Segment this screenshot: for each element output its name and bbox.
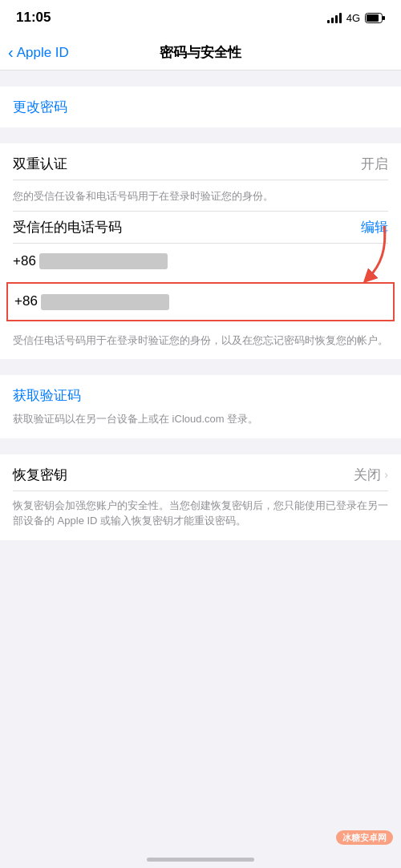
two-factor-description: 您的受信任设备和电话号码用于在登录时验证您的身份。 (13, 180, 388, 211)
verify-code-section: 获取验证码 获取验证码以在另一台设备上或在 iCloud.com 登录。 (0, 375, 401, 438)
svg-rect-1 (383, 16, 385, 20)
back-chevron-icon: ‹ (8, 43, 14, 62)
phone-prefix-2: +86 (14, 293, 38, 309)
recovery-key-section: 恢复密钥 关闭 › 恢复密钥会加强您账户的安全性。当您创建恢复密钥后，您只能使用… (0, 454, 401, 540)
change-password-link[interactable]: 更改密码 (13, 87, 388, 127)
nav-back-button[interactable]: ‹ Apple ID (8, 43, 69, 62)
phone-blurred-2 (41, 294, 169, 310)
recovery-chevron-icon: › (384, 468, 388, 481)
trusted-phone-label: 受信任的电话号码 (13, 218, 122, 236)
two-factor-title: 双重认证 (13, 155, 67, 173)
watermark: 冰糖安卓网 (336, 830, 393, 844)
content-area: 更改密码 双重认证 开启 您的受信任设备和电话号码用于在登录时验证您的身份。 受… (0, 87, 401, 540)
recovery-header-row: 恢复密钥 关闭 › (13, 454, 388, 491)
battery-icon (365, 13, 385, 23)
verify-code-description: 获取验证码以在另一台设备上或在 iCloud.com 登录。 (13, 411, 388, 438)
trusted-phone-row: 受信任的电话号码 编辑 (13, 211, 388, 243)
signal-label: 4G (346, 12, 360, 24)
status-icons: 4G (327, 12, 385, 24)
phone-footer-description: 受信任电话号码用于在登录时验证您的身份，以及在您忘记密码时恢复您的帐户。 (13, 325, 388, 360)
status-bar: 11:05 4G (0, 0, 401, 35)
phone-prefix-1: +86 (13, 253, 36, 268)
recovery-key-description: 恢复密钥会加强您账户的安全性。当您创建恢复密钥后，您只能使用已登录在另一部设备的… (13, 491, 388, 540)
recovery-key-status: 关闭 (354, 466, 381, 484)
trusted-phone-edit-button[interactable]: 编辑 (361, 218, 388, 236)
verify-code-link[interactable]: 获取验证码 (13, 375, 388, 411)
nav-back-label: Apple ID (17, 45, 69, 61)
phone-blurred-1 (39, 253, 168, 269)
two-factor-section: 双重认证 开启 您的受信任设备和电话号码用于在登录时验证您的身份。 受信任的电话… (0, 143, 401, 359)
recovery-key-title: 恢复密钥 (13, 466, 67, 484)
home-indicator (147, 858, 254, 862)
change-password-section: 更改密码 (0, 87, 401, 127)
phone-number-row-1: +86 (13, 243, 388, 280)
phone-2-container: +86 (13, 282, 388, 321)
recovery-value-row: 关闭 › (354, 466, 388, 484)
two-factor-header-row: 双重认证 开启 (13, 143, 388, 180)
signal-bars (327, 13, 342, 23)
two-factor-status: 开启 (361, 155, 388, 173)
nav-bar: ‹ Apple ID 密码与安全性 (0, 35, 401, 71)
svg-rect-2 (367, 14, 379, 22)
nav-title: 密码与安全性 (160, 43, 241, 62)
watermark-text: 冰糖安卓网 (336, 830, 393, 845)
status-time: 11:05 (16, 10, 51, 26)
phone-number-row-2: +86 (6, 282, 395, 321)
